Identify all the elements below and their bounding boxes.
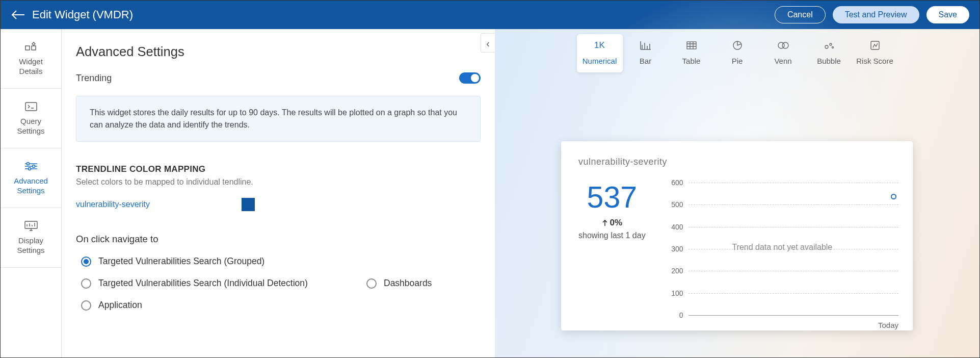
chart-type-bar[interactable]: Bar xyxy=(623,34,669,72)
collapse-panel-icon[interactable]: ‹ xyxy=(481,33,495,53)
radio-dashboards[interactable]: Dashboards xyxy=(366,278,481,289)
y-tick: 400 xyxy=(666,223,683,231)
sidebar-item-widget-details[interactable]: Widget Details xyxy=(1,29,61,89)
y-tick: 600 xyxy=(666,178,683,187)
svg-point-3 xyxy=(27,162,29,165)
sidebar-item-label: Advanced Settings xyxy=(14,176,48,196)
chart-type-table[interactable]: Table xyxy=(669,34,714,72)
y-tick: 0 xyxy=(666,311,683,319)
radio-label: Targeted Vulnerabilities Search (Grouped… xyxy=(98,256,264,267)
risk-score-icon xyxy=(870,39,880,52)
svg-point-5 xyxy=(28,167,31,170)
metric-value: 537 xyxy=(578,183,646,213)
grid-line xyxy=(688,204,898,205)
preview-card: vulnerability-severity 537 0% showing la… xyxy=(561,141,913,330)
bar-icon xyxy=(640,39,651,52)
trend-chart: 600 500 400 300 200 100 0 xyxy=(666,183,898,315)
sidebar-item-display-settings[interactable]: Display Settings xyxy=(1,208,61,268)
metric-subtitle: showing last 1 day xyxy=(578,231,646,240)
radio-label: Targeted Vulnerabilities Search (Individ… xyxy=(98,278,308,289)
chart-type-label: Bubble xyxy=(817,57,841,65)
svg-rect-2 xyxy=(25,103,37,111)
radio-icon xyxy=(81,300,91,311)
sidebar-item-query-settings[interactable]: Query Settings xyxy=(1,89,61,148)
trending-label: Trending xyxy=(76,73,112,84)
chart-type-label: Risk Score xyxy=(856,57,893,65)
svg-point-13 xyxy=(832,47,833,48)
grid-line xyxy=(688,183,898,183)
arrow-up-icon xyxy=(602,219,608,226)
radio-label: Application xyxy=(98,300,142,311)
chart-type-numerical[interactable]: 1K Numerical xyxy=(577,34,623,72)
trend-message: Trend data not yet available xyxy=(732,243,832,252)
chart-type-venn[interactable]: Venn xyxy=(760,34,806,72)
trending-info-box: This widget stores the daily results for… xyxy=(76,96,481,142)
chart-type-tabs: 1K Numerical Bar Table xyxy=(495,34,979,72)
venn-icon xyxy=(777,39,789,52)
radio-label: Dashboards xyxy=(384,278,432,289)
mapping-label: vulnerability-severity xyxy=(76,200,150,209)
svg-point-11 xyxy=(825,45,828,48)
bubble-icon xyxy=(824,39,835,52)
color-mapping-title: TRENDLINE COLOR MAPPING xyxy=(76,164,481,174)
query-settings-icon xyxy=(24,101,38,112)
svg-point-10 xyxy=(782,42,788,48)
y-tick: 200 xyxy=(666,267,683,275)
y-tick: 500 xyxy=(666,200,683,209)
chart-type-pie[interactable]: Pie xyxy=(714,34,760,72)
table-icon xyxy=(686,39,697,52)
back-arrow-icon[interactable] xyxy=(11,8,25,22)
svg-point-4 xyxy=(32,165,35,167)
x-tick: Today xyxy=(878,321,898,329)
color-mapping-desc: Select colors to be mapped to individual… xyxy=(76,177,481,187)
baseline xyxy=(688,315,898,316)
numerical-icon: 1K xyxy=(594,39,605,52)
color-swatch[interactable] xyxy=(242,198,255,211)
sidebar-item-label: Widget Details xyxy=(19,57,43,76)
grid-line xyxy=(688,271,898,271)
svg-point-12 xyxy=(830,43,832,45)
radio-icon xyxy=(366,278,377,289)
metric-change: 0% xyxy=(578,218,646,228)
radio-grouped[interactable]: Targeted Vulnerabilities Search (Grouped… xyxy=(81,256,346,267)
svg-rect-1 xyxy=(32,46,36,50)
sidebar: Widget Details Query Settings Advanced xyxy=(1,29,62,357)
metric-block: 537 0% showing last 1 day xyxy=(578,183,646,315)
settings-panel: ‹ Advanced Settings Trending This widget… xyxy=(62,29,495,357)
sidebar-item-label: Query Settings xyxy=(17,116,44,136)
chart-type-label: Pie xyxy=(732,57,743,65)
chart-type-label: Numerical xyxy=(582,57,617,65)
sidebar-item-advanced-settings[interactable]: Advanced Settings xyxy=(1,148,61,208)
test-preview-button[interactable]: Test and Preview xyxy=(833,6,919,23)
chart-type-label: Table xyxy=(682,57,701,65)
y-tick: 100 xyxy=(666,289,683,297)
save-button[interactable]: Save xyxy=(926,6,969,23)
advanced-settings-icon xyxy=(24,161,38,172)
chart-type-bubble[interactable]: Bubble xyxy=(806,34,852,72)
grid-line xyxy=(688,227,898,227)
preview-panel: 1K Numerical Bar Table xyxy=(495,29,979,357)
radio-icon xyxy=(81,278,91,289)
pie-icon xyxy=(732,39,743,52)
widget-details-icon xyxy=(24,41,38,53)
display-settings-icon xyxy=(24,220,38,232)
grid-line xyxy=(688,293,898,294)
chart-type-label: Venn xyxy=(774,57,791,65)
data-point xyxy=(891,194,896,199)
radio-icon xyxy=(81,257,91,267)
change-value: 0% xyxy=(610,218,623,228)
radio-application[interactable]: Application xyxy=(81,300,346,311)
chart-type-riskscore[interactable]: Risk Score xyxy=(852,34,898,72)
y-tick: 300 xyxy=(666,245,683,253)
section-title: Advanced Settings xyxy=(76,44,481,59)
trending-toggle[interactable] xyxy=(459,72,481,84)
svg-rect-7 xyxy=(687,42,696,49)
radio-individual[interactable]: Targeted Vulnerabilities Search (Individ… xyxy=(81,278,346,289)
nav-radio-group: Targeted Vulnerabilities Search (Grouped… xyxy=(76,256,481,311)
sidebar-item-label: Display Settings xyxy=(17,236,44,255)
chart-type-label: Bar xyxy=(640,57,651,65)
card-title: vulnerability-severity xyxy=(578,157,898,167)
svg-rect-0 xyxy=(25,46,30,50)
nav-section-title: On click navigate to xyxy=(76,234,481,245)
